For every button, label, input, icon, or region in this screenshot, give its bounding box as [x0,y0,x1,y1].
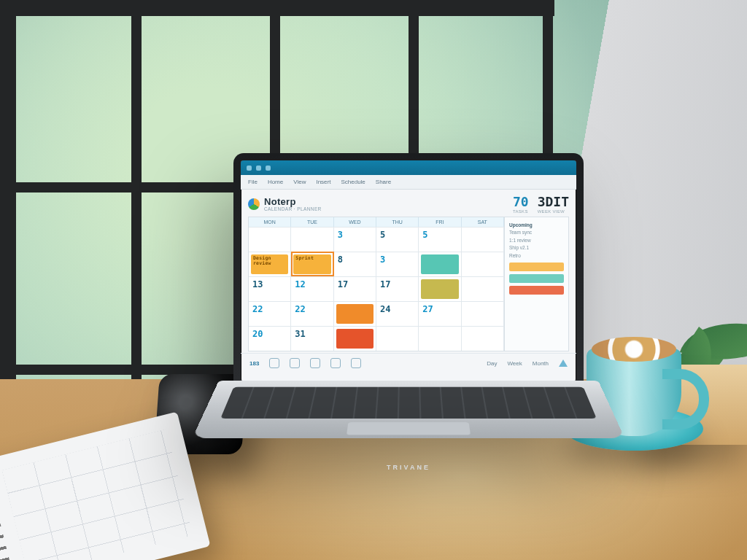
day-header: THU [376,217,419,227]
view-icon[interactable] [351,358,361,368]
calendar-cell[interactable] [419,326,461,351]
laptop-lid: File Home View Insert Schedule Share Not… [233,153,584,394]
ribbon-tab[interactable]: Home [268,179,283,185]
calendar-event[interactable] [421,254,458,274]
calendar-cell[interactable]: 22 [249,301,291,326]
day-header: SAT [462,217,504,227]
status-footer: 183 Day Week Month [241,353,576,373]
sidebar-chip [509,286,564,295]
calendar-cell[interactable] [462,276,504,301]
footer-item[interactable]: Day [487,360,497,367]
ribbon-tab[interactable]: File [248,179,258,185]
laptop-keyboard [220,387,597,419]
sidebar-panel: Upcoming Team sync 1:1 review Ship v2.1 … [505,217,569,351]
paper-notebook [0,412,211,560]
header-metric: 3DIT WEEK VIEW [538,194,569,214]
day-header: TUE [291,217,333,227]
calendar-event[interactable] [336,329,374,349]
laptop-trackpad [347,422,471,435]
metric-value: 3DIT [538,194,569,209]
laptop-brand-label: TRIVANE [387,464,430,471]
calendar-event[interactable] [421,279,458,299]
day-header: MON [249,217,291,227]
app-logo-icon [248,198,260,210]
calendar-cell[interactable]: Design review [249,252,291,276]
laptop-base [193,381,625,438]
ribbon-tab[interactable]: Insert [316,179,330,185]
calendar-event[interactable] [336,304,374,324]
footer-count: 183 [249,360,259,367]
sidebar-line[interactable]: Ship v2.1 [509,244,564,252]
view-icon[interactable] [330,358,341,368]
day-header: FRI [419,217,461,227]
calendar-cell[interactable]: 3 [376,252,419,276]
calendar-cell[interactable]: 24 [376,301,419,326]
footer-item[interactable]: Month [533,360,549,367]
sidebar-line[interactable]: Retro [509,252,564,260]
laptop-screen: File Home View Insert Schedule Share Not… [241,160,576,382]
play-icon[interactable] [559,359,568,367]
app-subtitle: CALENDAR · PLANNER [264,206,322,211]
calendar-cell[interactable]: Sprint [291,252,333,276]
ribbon-tab[interactable]: Schedule [341,179,365,185]
calendar-cell[interactable] [419,252,461,276]
calendar-cell[interactable]: 13 [249,276,291,301]
calendar-grid[interactable]: MON TUE WED THU FRI SAT 355Design review… [248,217,505,351]
view-icon[interactable] [310,358,320,368]
calendar-cell[interactable] [376,326,419,351]
app-header: Noterp CALENDAR · PLANNER 70 TASKS 3DIT … [241,190,576,217]
calendar-cell[interactable] [419,276,461,301]
ribbon-tab[interactable]: Share [376,179,391,185]
calendar-cell[interactable] [334,326,376,351]
calendar-event[interactable]: Design review [251,254,288,274]
window-control-icon[interactable] [247,166,252,171]
calendar-cell[interactable]: 3 [334,227,376,252]
workspace-photo: File Home View Insert Schedule Share Not… [0,0,747,560]
sidebar-heading: Upcoming [509,222,564,229]
laptop: File Home View Insert Schedule Share Not… [219,153,598,503]
calendar-cell[interactable]: 8 [334,252,376,276]
view-icon[interactable] [290,358,300,368]
day-header: WED [334,217,376,227]
metric-value: 70 [513,194,529,209]
calendar-cell[interactable]: 17 [376,276,419,301]
calendar-cell[interactable] [334,301,376,326]
window-control-icon[interactable] [256,166,261,171]
calendar-cell[interactable]: 5 [376,227,419,252]
calendar-cell[interactable]: 20 [249,326,291,351]
sidebar-chip [509,262,564,271]
window-titlebar[interactable] [241,160,576,175]
metric-label: TASKS [513,209,529,214]
calendar-event[interactable]: Sprint [293,254,330,274]
calendar-day-headers: MON TUE WED THU FRI SAT [249,217,504,227]
calendar-cell[interactable] [249,227,291,252]
calendar-cell[interactable] [291,227,333,252]
calendar-cell[interactable]: 22 [291,301,333,326]
calendar-cell[interactable] [462,301,504,326]
calendar-cell[interactable] [462,227,504,252]
sidebar-line[interactable]: 1:1 review [509,237,564,244]
metric-label: WEEK VIEW [538,209,569,214]
calendar-cell[interactable]: 31 [291,326,333,351]
footer-item[interactable]: Week [507,360,522,367]
header-metric: 70 TASKS [513,194,529,214]
window-control-icon[interactable] [266,166,271,171]
app-name: Noterp [264,196,322,207]
view-icon[interactable] [269,358,279,368]
calendar-cell[interactable]: 12 [291,276,333,301]
sidebar-line[interactable]: Team sync [509,229,564,236]
calendar-cell[interactable]: 17 [334,276,376,301]
ribbon-tab[interactable]: View [293,179,306,185]
calendar-cell[interactable] [462,326,504,351]
calendar-cell[interactable]: 27 [419,301,461,326]
ribbon-tabs: File Home View Insert Schedule Share [241,175,576,190]
calendar-cell[interactable]: 5 [419,227,461,252]
sidebar-chip [509,274,564,283]
calendar-cell[interactable] [462,252,504,276]
